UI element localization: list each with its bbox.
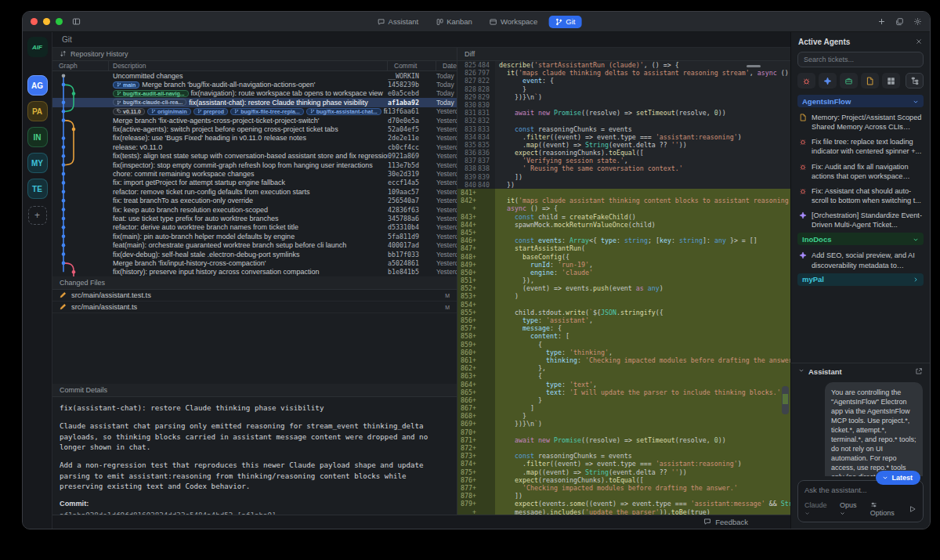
tree-view-toggle-icon[interactable] — [906, 73, 924, 89]
diff-scrollbar-thumb[interactable] — [782, 386, 789, 414]
commit-date: Today — [436, 89, 457, 97]
diff-line: 878+ ]) — [457, 492, 790, 500]
commit-row[interactable]: refactor: derive auto worktree branch na… — [52, 223, 457, 232]
agent-section-agentsinflow[interactable]: AgentsInFlow — [797, 95, 924, 107]
ticket-item[interactable]: Fix file tree: replace text loading indi… — [791, 135, 930, 159]
branch-badge: preprod — [193, 108, 228, 115]
desktop-background: AssistantKanbanWorkspaceGit AIFAGPAINMYT… — [0, 0, 940, 560]
diff-line: 862+ }, — [457, 364, 790, 372]
close-icon[interactable] — [915, 38, 923, 45]
zoom-traffic-light[interactable] — [56, 18, 63, 25]
send-icon[interactable] — [909, 505, 916, 513]
project-avatar-ag[interactable]: AG — [27, 75, 48, 96]
traffic-lights[interactable] — [31, 18, 63, 25]
app-logo[interactable]: AIF — [27, 37, 48, 57]
diff-code[interactable]: 825484describe('startAssistantRun (claud… — [457, 61, 790, 515]
commit-row[interactable]: mainMerge branch 'bug/fix-audit-all-navi… — [52, 80, 457, 89]
commit-date: Yesterday — [436, 143, 457, 151]
bug-filter-icon[interactable] — [797, 73, 815, 89]
commit-row[interactable]: refactor: remove ticket run-config defau… — [52, 187, 457, 196]
commit-row[interactable]: release: v0.11.0cb0cf4ccYesterday — [52, 143, 457, 151]
commit-row[interactable]: fix(inspector): stop empty commit-graph … — [52, 161, 457, 169]
close-traffic-light[interactable] — [31, 18, 38, 25]
commit-row[interactable]: fix(main): pin auto-branch helper model … — [52, 232, 457, 240]
commit-hash: d70e0e5a — [388, 117, 436, 125]
gear-icon[interactable] — [913, 17, 922, 27]
commit-row[interactable]: fix: keep auto branch resolution executi… — [52, 205, 457, 214]
ticket-item[interactable]: Fix: Audit and fix all navigation action… — [791, 160, 930, 184]
commit-row[interactable]: feat(main): orchestrate guaranteed workt… — [52, 240, 457, 249]
titlebar-tab-workspace[interactable]: Workspace — [483, 16, 544, 28]
column-header-commit[interactable]: Commit — [388, 61, 436, 70]
task-filter-icon[interactable] — [840, 73, 858, 89]
commit-row[interactable]: fix(history): preserve input history acr… — [52, 268, 457, 276]
ticket-item[interactable]: Add SEO, social preview, and AI discover… — [791, 248, 930, 273]
changed-file-row[interactable]: src/main/assistant.tsM — [52, 302, 457, 313]
commit-date: Today — [436, 81, 457, 89]
commit-row[interactable]: fix(release): use 'Bugs Fixed' heading i… — [52, 134, 457, 143]
assistant-messages[interactable]: You are controlling the "AgentsInFlow" E… — [791, 379, 930, 476]
commit-date: Yesterday — [436, 152, 457, 160]
commit-row[interactable]: fix(tests): align test state setup with … — [52, 152, 457, 161]
feedback-button[interactable]: Feedback — [699, 517, 753, 527]
diff-line: 831831 await new Promise((resolve) => se… — [457, 109, 790, 117]
ticket-item[interactable]: Memory: Project/Assistant Scoped Shared … — [791, 110, 930, 135]
sidebar-toggle-icon[interactable] — [72, 17, 81, 26]
commit-row[interactable]: fix: treat branchTo as execution-only ov… — [52, 196, 457, 204]
changed-file-row[interactable]: src/main/assistant.test.tsM — [52, 290, 457, 302]
history-table-header: GraphDescriptionCommitDate — [52, 61, 457, 71]
commit-row[interactable]: Merge branch 'fix/input-history-cross-co… — [52, 258, 457, 267]
external-link-icon[interactable] — [915, 367, 923, 375]
diff-line: 858+ content: [ — [457, 332, 790, 340]
project-avatar-pa[interactable]: PA — [27, 101, 48, 121]
minimize-traffic-light[interactable] — [43, 18, 50, 25]
project-avatar-te[interactable]: TE — [27, 179, 48, 199]
assistant-input[interactable]: Ask the assistant... Claude Opus Options — [797, 480, 924, 522]
project-avatar-in[interactable]: IN — [27, 127, 48, 147]
commit-row[interactable]: fix(dev-debug): self-heal stale .electro… — [52, 250, 457, 258]
diff-line: 833833 const reasoningChunks = events — [457, 125, 790, 133]
chevron-down-icon[interactable] — [798, 367, 804, 374]
docs-filter-icon[interactable] — [861, 73, 879, 89]
commit-row[interactable]: bug/fix-claude-cli-rea...fix(assistant-c… — [52, 98, 457, 107]
options-button[interactable]: Options — [870, 501, 901, 517]
commit-row[interactable]: feat: use ticket type prefix for auto wo… — [52, 214, 457, 222]
stack-icon[interactable] — [895, 17, 904, 27]
column-header-description[interactable]: Description — [109, 61, 388, 70]
active-agents-title: Active Agents — [798, 38, 850, 46]
commit-list[interactable]: Uncommitted changes__WORKINTodaymainMerg… — [52, 71, 457, 276]
add-project-button[interactable]: + — [28, 206, 47, 225]
column-header-graph[interactable]: Graph — [52, 61, 109, 70]
variant-selector[interactable]: Opus — [840, 501, 862, 517]
agent-section-inodocs[interactable]: InoDocs — [797, 233, 924, 245]
changed-files-title: Changed Files — [60, 279, 105, 287]
diff-scrollbar[interactable] — [782, 63, 789, 511]
commit-row[interactable]: bug/fix-audit-all-navig...fix(navigation… — [52, 89, 457, 98]
latest-button[interactable]: Latest — [876, 471, 920, 485]
commit-row[interactable]: v0.11.0origin/mainpreprodbug/fix-file-tr… — [52, 107, 457, 116]
agent-section-mypal[interactable]: myPal — [797, 273, 924, 286]
git-tab-title[interactable]: Git — [62, 35, 72, 44]
commit-row[interactable]: Merge branch 'fix-active-agents-cross-pr… — [52, 116, 457, 125]
new-tab-icon[interactable] — [877, 17, 886, 27]
titlebar-tab-git[interactable]: Git — [548, 16, 581, 28]
ticket-item[interactable]: Fix: Assistant chat should auto-scroll t… — [791, 184, 930, 208]
commit-date: Yesterday — [436, 107, 457, 115]
column-header-date[interactable]: Date — [436, 61, 457, 70]
git-view: Git Repository History GraphDescriptionC… — [52, 32, 790, 529]
titlebar-tab-assistant[interactable]: Assistant — [371, 16, 425, 28]
diff-line: 861+ thinking: 'Checking impacted module… — [457, 356, 790, 364]
commit-row[interactable]: Uncommitted changes__WORKINToday — [52, 71, 457, 80]
commit-row[interactable]: fix: import getProject for attempt start… — [52, 179, 457, 187]
board-filter-icon[interactable] — [882, 73, 900, 89]
feature-filter-icon[interactable] — [819, 73, 837, 89]
commit-row[interactable]: fix(active-agents): switch project befor… — [52, 125, 457, 133]
project-avatar-my[interactable]: MY — [27, 153, 48, 173]
ticket-item[interactable]: [Orchestration] Standardize Event-Driven… — [791, 208, 930, 233]
diff-line: 869+ })}\n`) — [457, 420, 790, 428]
search-input[interactable] — [797, 52, 924, 67]
feature-icon — [799, 251, 807, 269]
commit-row[interactable]: chore: commit remaining workspace change… — [52, 169, 457, 178]
titlebar-tab-kanban[interactable]: Kanban — [429, 16, 479, 28]
model-selector[interactable]: Claude — [804, 501, 832, 517]
